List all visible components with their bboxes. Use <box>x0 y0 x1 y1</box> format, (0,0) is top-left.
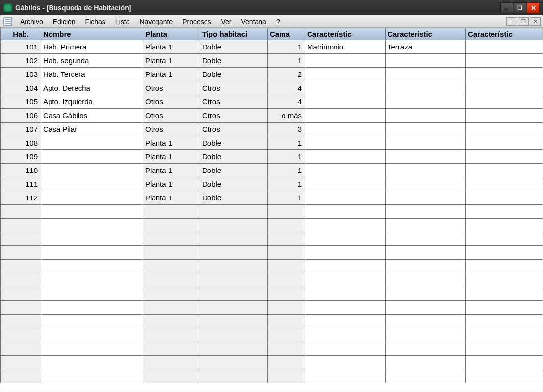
table-cell[interactable] <box>386 177 466 191</box>
table-cell[interactable] <box>268 356 305 369</box>
table-cell[interactable]: Doble <box>200 136 268 150</box>
table-row[interactable] <box>1 287 543 301</box>
table-cell[interactable] <box>466 164 543 177</box>
table-cell[interactable]: Otros <box>143 95 200 109</box>
table-cell[interactable] <box>305 301 386 315</box>
table-cell[interactable] <box>143 205 200 219</box>
table-cell[interactable] <box>200 260 268 273</box>
table-cell[interactable] <box>386 369 466 383</box>
table-cell[interactable]: 3 <box>268 122 305 136</box>
table-cell[interactable] <box>466 54 543 68</box>
menu-ver[interactable]: Ver <box>216 16 236 27</box>
table-cell[interactable]: Planta 1 <box>143 164 200 177</box>
table-cell[interactable]: Casa Gábilos <box>41 109 143 122</box>
table-cell[interactable] <box>466 68 543 81</box>
table-row[interactable]: 108Planta 1Doble1 <box>1 136 543 150</box>
table-cell[interactable] <box>1 301 41 315</box>
table-cell[interactable] <box>305 328 386 342</box>
table-cell[interactable] <box>200 342 268 356</box>
table-cell[interactable] <box>41 177 143 191</box>
column-header[interactable]: Hab. <box>1 28 41 40</box>
table-cell[interactable] <box>143 232 200 246</box>
table-row[interactable] <box>1 356 543 369</box>
table-cell[interactable]: 1 <box>268 136 305 150</box>
table-row[interactable] <box>1 342 543 356</box>
table-cell[interactable]: Otros <box>200 81 268 95</box>
table-cell[interactable]: Doble <box>200 68 268 81</box>
table-row[interactable]: 101Hab. PrimeraPlanta 1Doble1MatrimonioT… <box>1 40 543 54</box>
table-cell[interactable] <box>386 68 466 81</box>
table-cell[interactable]: 4 <box>268 95 305 109</box>
table-cell[interactable]: Hab. segunda <box>41 54 143 68</box>
table-cell[interactable] <box>305 273 386 287</box>
menu-archivo[interactable]: Archivo <box>15 16 48 27</box>
menu-navegante[interactable]: Navegante <box>134 16 178 27</box>
table-cell[interactable] <box>466 273 543 287</box>
table-cell[interactable] <box>268 273 305 287</box>
table-cell[interactable]: Planta 1 <box>143 40 200 54</box>
table-cell[interactable] <box>305 315 386 328</box>
table-row[interactable]: 106Casa GábilosOtrosOtroso más <box>1 109 543 122</box>
table-cell[interactable] <box>386 232 466 246</box>
table-cell[interactable] <box>143 260 200 273</box>
table-cell[interactable] <box>41 301 143 315</box>
table-cell[interactable]: Hab. Primera <box>41 40 143 54</box>
table-row[interactable] <box>1 219 543 232</box>
mdi-close-button[interactable]: ✕ <box>530 17 541 26</box>
table-cell[interactable] <box>268 246 305 260</box>
mdi-minimize-button[interactable]: − <box>506 17 517 26</box>
table-cell[interactable] <box>305 54 386 68</box>
table-cell[interactable] <box>268 219 305 232</box>
table-row[interactable] <box>1 246 543 260</box>
table-cell[interactable] <box>466 315 543 328</box>
table-cell[interactable]: 111 <box>1 177 41 191</box>
table-cell[interactable] <box>200 246 268 260</box>
column-header[interactable]: Planta <box>143 28 200 40</box>
titlebar[interactable]: Gábilos - [Busqueda de Habitación] <box>0 0 543 15</box>
table-cell[interactable]: Otros <box>143 81 200 95</box>
menu-fichas[interactable]: Fichas <box>80 16 110 27</box>
table-cell[interactable] <box>305 109 386 122</box>
table-cell[interactable] <box>466 287 543 301</box>
table-row[interactable] <box>1 260 543 273</box>
column-header[interactable]: Característic <box>466 28 543 40</box>
table-cell[interactable] <box>41 164 143 177</box>
table-cell[interactable] <box>305 164 386 177</box>
table-cell[interactable] <box>305 150 386 164</box>
table-cell[interactable] <box>41 232 143 246</box>
table-cell[interactable]: Casa Pilar <box>41 122 143 136</box>
table-cell[interactable] <box>305 356 386 369</box>
table-cell[interactable] <box>1 260 41 273</box>
table-cell[interactable] <box>386 81 466 95</box>
table-cell[interactable] <box>268 287 305 301</box>
column-header[interactable]: Cama <box>268 28 305 40</box>
table-cell[interactable] <box>466 109 543 122</box>
table-cell[interactable]: Otros <box>143 109 200 122</box>
table-cell[interactable] <box>305 369 386 383</box>
table-cell[interactable] <box>466 328 543 342</box>
table-row[interactable]: 105Apto. IzquierdaOtrosOtros4 <box>1 95 543 109</box>
table-row[interactable]: 112Planta 1Doble1 <box>1 191 543 205</box>
table-cell[interactable]: Terraza <box>386 40 466 54</box>
table-cell[interactable]: Otros <box>200 122 268 136</box>
table-row[interactable]: 111Planta 1Doble1 <box>1 177 543 191</box>
maximize-button[interactable] <box>514 2 526 13</box>
table-cell[interactable] <box>386 273 466 287</box>
menu-ventana[interactable]: Ventana <box>236 16 271 27</box>
table-row[interactable] <box>1 205 543 219</box>
table-cell[interactable] <box>143 246 200 260</box>
table-cell[interactable] <box>386 95 466 109</box>
table-cell[interactable] <box>305 191 386 205</box>
table-cell[interactable]: o más <box>268 109 305 122</box>
table-cell[interactable]: 110 <box>1 164 41 177</box>
table-cell[interactable] <box>41 260 143 273</box>
table-cell[interactable]: Doble <box>200 150 268 164</box>
table-cell[interactable] <box>305 68 386 81</box>
table-cell[interactable]: 106 <box>1 109 41 122</box>
table-cell[interactable]: Planta 1 <box>143 150 200 164</box>
table-cell[interactable] <box>268 301 305 315</box>
table-cell[interactable] <box>41 191 143 205</box>
table-cell[interactable] <box>41 273 143 287</box>
table-cell[interactable] <box>305 81 386 95</box>
table-cell[interactable] <box>386 109 466 122</box>
